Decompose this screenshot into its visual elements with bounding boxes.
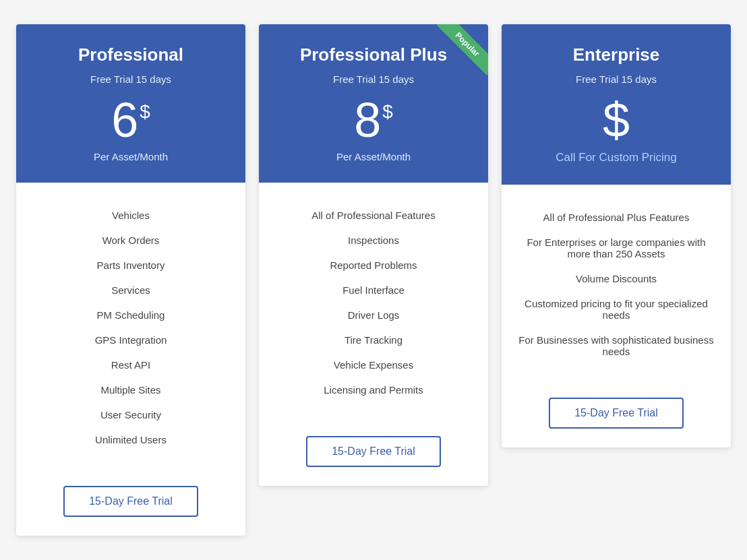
plan-price-symbol: $ [140,101,150,123]
feature-item: Parts Inventory [30,253,232,278]
feature-item: Multiple Sites [30,377,232,402]
plan-card-enterprise: EnterpriseFree Trial 15 days$Call For Cu… [502,24,731,447]
plan-price-number: 6 [111,96,138,144]
feature-item: User Security [30,402,232,427]
plan-price-symbol: $ [382,101,393,123]
plan-price-row: $ [515,96,717,144]
feature-item: Driver Logs [272,303,475,328]
trial-button-professional-plus[interactable]: 15-Day Free Trial [306,436,441,467]
feature-item: Inspections [272,228,475,253]
plan-header-professional: ProfessionalFree Trial 15 days6$Per Asse… [16,24,245,183]
feature-item: Reported Problems [272,253,475,278]
feature-item: Customized pricing to fit your specializ… [515,291,717,328]
plan-price-row: 6$ [30,96,232,144]
plan-features-list: All of Professional Plus FeaturesFor Ent… [502,185,731,384]
feature-item: Volume Discounts [515,266,717,291]
plan-per-text: Per Asset/Month [30,151,232,162]
feature-item: PM Scheduling [30,303,232,328]
plan-footer: 15-Day Free Trial [259,423,488,486]
plan-per-text: Per Asset/Month [272,151,475,162]
feature-item: All of Professional Plus Features [515,205,717,230]
pricing-container: ProfessionalFree Trial 15 days6$Per Asse… [16,24,731,536]
feature-item: All of Professional Features [272,203,475,228]
feature-item: GPS Integration [30,328,232,352]
plan-header-professional-plus: PopularProfessional PlusFree Trial 15 da… [259,24,488,183]
feature-item: For Businesses with sophisticated busine… [515,328,717,364]
plan-features-list: VehiclesWork OrdersParts InventoryServic… [16,183,245,472]
feature-item: Fuel Interface [272,278,475,303]
plan-card-professional-plus: PopularProfessional PlusFree Trial 15 da… [259,24,488,486]
plan-trial-text: Free Trial 15 days [30,73,232,85]
feature-item: Rest API [30,352,232,377]
feature-item: Licensing and Permits [272,377,475,402]
plan-price-number: 8 [354,96,381,144]
feature-item: Vehicles [30,203,232,228]
plan-name: Enterprise [515,44,717,65]
plan-header-enterprise: EnterpriseFree Trial 15 days$Call For Cu… [502,24,731,185]
feature-item: Vehicle Expenses [272,352,475,377]
trial-button-enterprise[interactable]: 15-Day Free Trial [549,398,684,429]
feature-item: Tire Tracking [272,328,475,352]
plan-trial-text: Free Trial 15 days [272,73,475,85]
feature-item: Work Orders [30,228,232,253]
plan-card-professional: ProfessionalFree Trial 15 days6$Per Asse… [16,24,245,536]
feature-item: Unlimited Users [30,427,232,452]
plan-features-list: All of Professional FeaturesInspectionsR… [259,183,488,423]
plan-custom-pricing: Call For Custom Pricing [515,151,717,164]
plan-trial-text: Free Trial 15 days [515,73,717,85]
plan-name: Professional [30,44,232,65]
feature-item: Services [30,278,232,303]
plan-footer: 15-Day Free Trial [502,384,731,447]
popular-badge-label: Popular [437,24,488,75]
feature-item: For Enterprises or large companies with … [515,230,717,266]
plan-footer: 15-Day Free Trial [16,472,245,536]
plan-price-row: 8$ [272,96,475,144]
plan-price-symbol: $ [603,96,630,144]
trial-button-professional[interactable]: 15-Day Free Trial [63,486,198,517]
